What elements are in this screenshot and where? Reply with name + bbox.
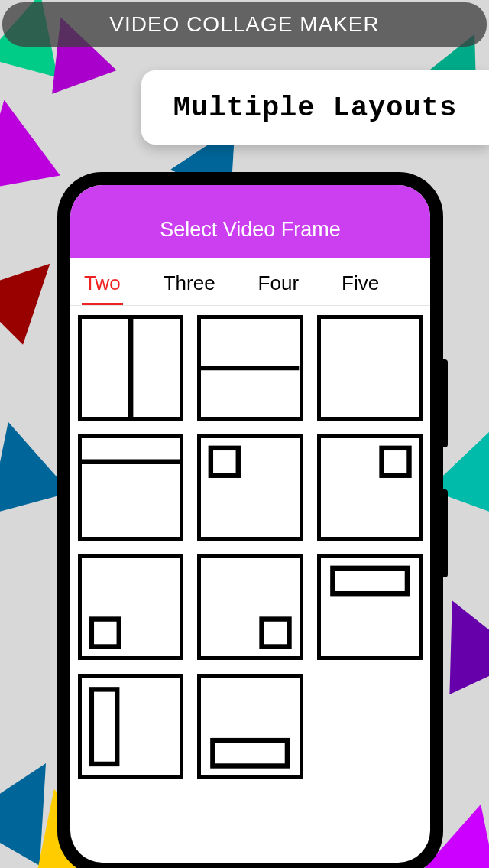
layout-wide-strip-bottom[interactable]: [197, 674, 303, 779]
screen-title: Select Video Frame: [160, 218, 341, 242]
tab-five[interactable]: Five: [339, 268, 381, 305]
phone-side-button: [443, 489, 448, 577]
layout-inset-bottom-left[interactable]: [78, 554, 183, 660]
layout-tall-strip-left[interactable]: [78, 674, 183, 779]
layout-wide-strip-top[interactable]: [317, 554, 423, 660]
layout-single-full[interactable]: [317, 315, 423, 421]
svg-rect-8: [92, 689, 117, 764]
screen-header: Select Video Frame: [70, 185, 430, 258]
svg-rect-4: [381, 448, 409, 476]
layout-two-vertical-split[interactable]: [78, 315, 183, 421]
callout-text: Multiple Layouts: [173, 92, 457, 124]
svg-rect-7: [332, 567, 407, 593]
tabs-row: Two Three Four Five: [70, 258, 430, 306]
layout-inset-bottom-right[interactable]: [197, 554, 303, 660]
layout-grid: [70, 306, 430, 788]
layout-header-strip[interactable]: [78, 434, 183, 540]
svg-rect-9: [213, 740, 288, 766]
tab-four[interactable]: Four: [256, 268, 301, 305]
tab-three[interactable]: Three: [161, 268, 218, 305]
svg-rect-3: [211, 448, 238, 476]
app-title-banner: VIDEO COLLAGE MAKER: [2, 2, 487, 47]
app-title-text: VIDEO COLLAGE MAKER: [109, 12, 380, 37]
phone-mockup: Select Video Frame Two Three Four Five: [57, 172, 443, 868]
layout-two-horizontal-split[interactable]: [197, 315, 303, 421]
svg-rect-6: [262, 619, 290, 646]
feature-callout: Multiple Layouts: [141, 70, 489, 145]
phone-side-button: [443, 359, 448, 447]
layout-inset-top-right[interactable]: [317, 434, 423, 540]
phone-screen: Select Video Frame Two Three Four Five: [70, 185, 430, 863]
layout-inset-top-left[interactable]: [197, 434, 303, 540]
tab-two[interactable]: Two: [82, 268, 123, 305]
svg-rect-5: [92, 619, 119, 646]
